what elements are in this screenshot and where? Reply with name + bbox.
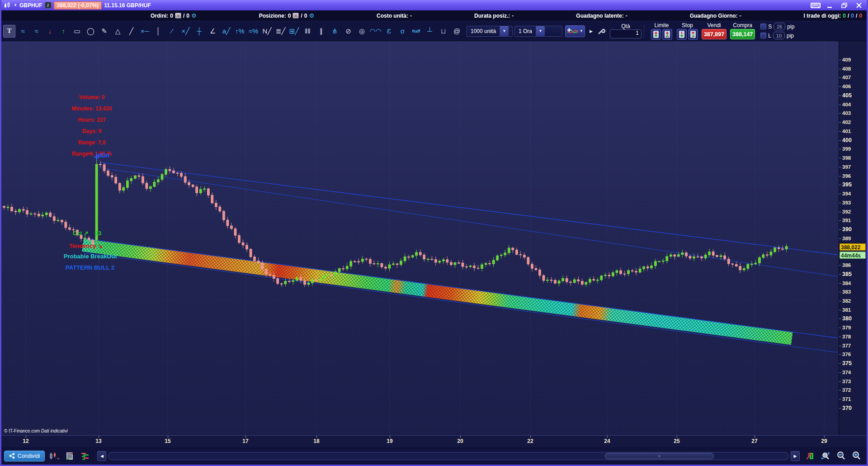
info-button[interactable]: i xyxy=(45,2,52,9)
limit-sell-order-button[interactable] xyxy=(651,29,661,40)
cancel-orders-button[interactable]: × xyxy=(175,13,181,19)
horizontal-line-tool[interactable]: ×─ xyxy=(139,25,151,38)
target-levels-tool[interactable]: ⊞╱ xyxy=(288,25,300,38)
circle-line-tool[interactable]: ⊘ xyxy=(342,25,354,38)
timeframe-dropdown-icon[interactable]: ▼ xyxy=(536,26,545,36)
candlestick-chart[interactable] xyxy=(1,41,839,435)
trash-tool[interactable]: ⊔ xyxy=(437,25,449,38)
share-icon xyxy=(9,453,15,459)
stop-pip-checkbox[interactable] xyxy=(760,24,766,29)
restore-button[interactable] xyxy=(840,2,849,9)
levels-line-tool[interactable]: ≣╱ xyxy=(274,25,287,38)
price-axis-label: 401 xyxy=(842,128,851,135)
price-axis-label: 377 xyxy=(842,342,851,349)
pitchfork-tool[interactable]: ⋔ xyxy=(329,25,341,38)
stop-buy-order-button[interactable] xyxy=(688,29,698,40)
trendline-tool[interactable]: ╱ xyxy=(125,25,137,38)
bottom-bar: Condividi ◀ ≡ ▶ xyxy=(1,447,867,465)
cycle-lines-tool[interactable]: ◠◠ xyxy=(369,25,382,38)
add-indicator-button[interactable]: ▼ xyxy=(565,25,585,37)
close-button[interactable] xyxy=(854,2,864,9)
percent-arrow-tool[interactable]: ↑% xyxy=(234,25,246,38)
collapse-panel-icon[interactable]: ▶ xyxy=(590,29,593,33)
time-axis-label: 25 xyxy=(674,438,679,444)
price-axis-label: 406 xyxy=(842,83,851,90)
bars-pattern-tool[interactable]: ‖‖ xyxy=(302,25,314,38)
zoom-in-button[interactable] xyxy=(850,450,862,462)
price-axis-label: 380 xyxy=(842,315,852,322)
limit-buy-order-button[interactable] xyxy=(662,29,672,40)
buy-arrow-tool[interactable]: ↑ xyxy=(57,25,70,38)
elliott-wave-tool[interactable]: Ɛ xyxy=(383,25,395,38)
vertical-line-tool[interactable]: │ xyxy=(152,25,165,38)
price-axis-label: 399 xyxy=(842,145,851,152)
chart-scrollbar-track[interactable]: ≡ xyxy=(108,452,789,460)
parallel-channel-tool[interactable]: ∥ xyxy=(315,25,327,38)
rectangle-tool[interactable]: ▭ xyxy=(71,25,83,38)
chart-settings-button[interactable] xyxy=(804,450,816,462)
stddev-channel-tool[interactable]: σ xyxy=(396,25,409,38)
symbol-label: GBPHUF xyxy=(19,2,42,9)
chart-canvas[interactable]: Volume: 0Minutes: 13.620Hours: 227 Days:… xyxy=(1,41,839,435)
time-axis[interactable]: 121315171819202224252729 xyxy=(1,435,867,447)
fractal-line-tool[interactable]: N╱ xyxy=(261,25,273,38)
market-depth-button[interactable] xyxy=(79,450,91,462)
limit-pip-input[interactable]: 10 xyxy=(773,32,785,39)
stop-sell-order-button[interactable] xyxy=(677,29,687,40)
time-axis-label: 12 xyxy=(23,438,28,444)
chart-style-button[interactable] xyxy=(48,450,60,462)
units-select[interactable]: 1000 unità ▼ xyxy=(467,26,513,37)
angle-tool[interactable]: ∠ xyxy=(207,25,219,38)
spiral-tool[interactable]: ◎ xyxy=(356,25,368,38)
freehand-tool[interactable]: ✎ xyxy=(98,25,110,38)
text-tool[interactable]: T xyxy=(3,25,15,38)
candlestick-icon xyxy=(4,2,11,9)
zigzag-up-tool[interactable]: ≈ xyxy=(17,25,29,38)
zoom-out-button[interactable] xyxy=(835,450,847,462)
segment-tool[interactable]: ∕ xyxy=(166,25,178,38)
sell-arrow-tool[interactable]: ↓ xyxy=(44,25,56,38)
timeframe-select[interactable]: 1 Ora ▼ xyxy=(514,26,562,37)
title-bar: ▼ GBPHUF i 388,022 (-0,07%) 11.15.16 GBP… xyxy=(1,0,867,10)
sell-button[interactable]: 387,897 xyxy=(702,29,726,39)
spiral-line-tool[interactable]: @ xyxy=(451,25,463,38)
scroll-left-button[interactable]: ◀ xyxy=(97,451,106,461)
price-axis-label: 408 xyxy=(842,65,851,72)
chart-scrollbar-thumb[interactable]: ≡ xyxy=(605,453,714,459)
extended-line-tool[interactable]: ×╱ xyxy=(179,25,192,38)
stop-pip-input[interactable]: 26 xyxy=(774,23,785,30)
buy-button[interactable]: 388,147 xyxy=(730,29,755,39)
minimize-button[interactable] xyxy=(825,2,835,9)
buy-group: Compra 388,147 xyxy=(730,23,755,39)
share-button[interactable]: Condividi xyxy=(4,451,45,461)
regression-tool[interactable]: ┴ xyxy=(424,25,436,38)
order-book-button[interactable] xyxy=(64,450,75,462)
price-axis-label: 386 xyxy=(842,262,851,269)
indicator-dropdown-icon[interactable]: ▼ xyxy=(580,29,583,33)
limit-pip-checkbox[interactable] xyxy=(760,33,766,38)
tick-line-tool[interactable]: ┼ xyxy=(193,25,205,38)
symbol-dropdown-icon[interactable]: ▼ xyxy=(14,3,17,7)
units-dropdown-icon[interactable]: ▼ xyxy=(500,26,509,36)
orders-settings-icon[interactable]: ⚙ xyxy=(191,12,197,19)
price-axis[interactable]: 4094084074064054044034024014003993983973… xyxy=(839,41,867,435)
price-axis-label: 370 xyxy=(842,404,852,412)
annotation-line-tool[interactable]: a╱ xyxy=(220,25,232,38)
price-axis-label: 372 xyxy=(842,386,851,394)
qty-input[interactable]: 1 xyxy=(610,29,642,38)
order-settings-wrench-icon[interactable] xyxy=(595,25,607,37)
zigzag-percent-tool[interactable]: ≈% xyxy=(247,25,259,38)
price-axis-label: 409 xyxy=(842,56,851,63)
time-axis-label: 13 xyxy=(95,438,101,444)
close-position-button[interactable]: × xyxy=(292,13,299,19)
price-axis-label: 392 xyxy=(842,208,851,215)
zigzag-down-tool[interactable]: ≈ xyxy=(30,25,42,38)
keyboard-icon[interactable] xyxy=(811,2,821,9)
zoom-window-button[interactable] xyxy=(820,450,831,462)
time-axis-label: 15 xyxy=(165,438,170,444)
position-settings-icon[interactable]: ⚙ xyxy=(309,12,314,19)
triangle-tool[interactable]: △ xyxy=(112,25,124,38)
ellipse-tool[interactable]: ◯ xyxy=(85,25,97,38)
scroll-right-button[interactable]: ▶ xyxy=(791,451,800,461)
raff-channel-tool[interactable]: Raff xyxy=(410,25,422,38)
